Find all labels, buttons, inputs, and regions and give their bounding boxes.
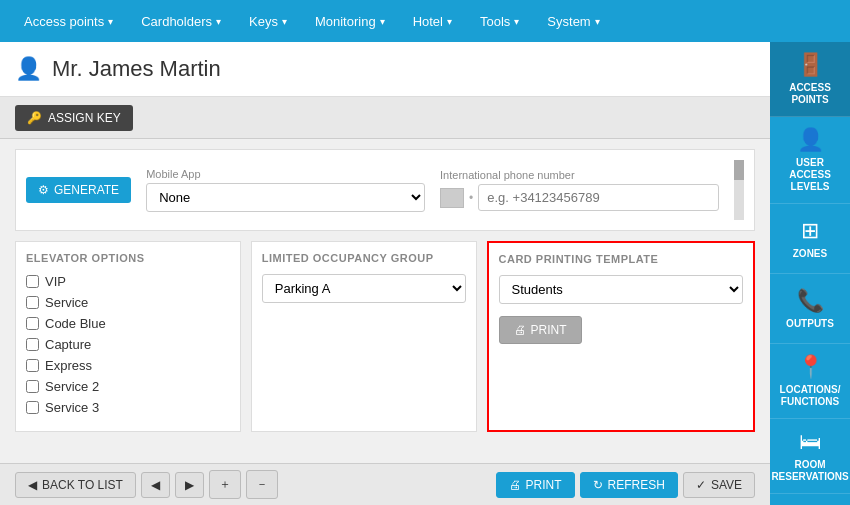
nav-arrow-icon: ▾ — [216, 16, 221, 27]
remove-button[interactable]: － — [246, 470, 278, 499]
sidebar-item-user-access[interactable]: 👤 USER ACCESS LEVELS — [770, 117, 850, 204]
nav-access-points[interactable]: Access points ▾ — [10, 0, 127, 42]
nav-arrow-icon: ▾ — [595, 16, 600, 27]
key-icon: 🔑 — [27, 111, 42, 125]
refresh-button[interactable]: ↻ REFRESH — [580, 472, 678, 498]
sidebar-item-room-reservations[interactable]: 🛏 ROOM RESERVATIONS — [770, 419, 850, 494]
nav-tools[interactable]: Tools ▾ — [466, 0, 533, 42]
checkbox-express-input[interactable] — [26, 359, 39, 372]
footer-right: 🖨 PRINT ↻ REFRESH ✓ SAVE — [496, 472, 755, 498]
room-icon: 🛏 — [799, 429, 821, 455]
footer-left: ◀ BACK TO LIST ◀ ▶ ＋ － — [15, 470, 278, 499]
back-icon: ◀ — [28, 478, 37, 492]
access-points-icon: 🚪 — [797, 52, 824, 78]
print-card-button[interactable]: 🖨 PRINT — [499, 316, 582, 344]
page-title: Mr. James Martin — [52, 56, 221, 82]
nav-keys[interactable]: Keys ▾ — [235, 0, 301, 42]
checkbox-code-blue-label: Code Blue — [45, 316, 106, 331]
card-printing-panel: CARD PRINTING TEMPLATE Students Faculty … — [487, 241, 756, 432]
checkbox-service-label: Service — [45, 295, 88, 310]
nav-arrow-icon: ▾ — [447, 16, 452, 27]
zones-icon: ⊞ — [801, 218, 819, 244]
phone-input[interactable] — [478, 184, 719, 211]
nav-arrow-icon: ▾ — [108, 16, 113, 27]
checkbox-code-blue: Code Blue — [26, 316, 230, 331]
phone-field-group: International phone number • — [440, 169, 719, 211]
prev-button[interactable]: ◀ — [141, 472, 170, 498]
top-navigation: Access points ▾ Cardholders ▾ Keys ▾ Mon… — [0, 0, 850, 42]
checkbox-capture: Capture — [26, 337, 230, 352]
checkbox-vip-input[interactable] — [26, 275, 39, 288]
limited-occupancy-title: LIMITED OCCUPANCY GROUP — [262, 252, 466, 264]
checkbox-service-input[interactable] — [26, 296, 39, 309]
next-button[interactable]: ▶ — [175, 472, 204, 498]
checkbox-service3-input[interactable] — [26, 401, 39, 414]
top-fields-row: ⚙ GENERATE Mobile App None Enabled Inter… — [15, 149, 755, 231]
assign-key-button[interactable]: 🔑 ASSIGN KEY — [15, 105, 133, 131]
checkbox-service2-label: Service 2 — [45, 379, 99, 394]
print-icon: 🖨 — [514, 323, 526, 337]
remove-icon: － — [256, 476, 268, 493]
nav-hotel[interactable]: Hotel ▾ — [399, 0, 466, 42]
nav-monitoring[interactable]: Monitoring ▾ — [301, 0, 399, 42]
card-printing-select[interactable]: Students Faculty Staff — [499, 275, 744, 304]
scrollbar[interactable] — [734, 160, 744, 220]
sidebar-item-access-points[interactable]: 🚪 ACCESS POINTS — [770, 42, 850, 117]
checkbox-express: Express — [26, 358, 230, 373]
back-to-list-button[interactable]: ◀ BACK TO LIST — [15, 472, 136, 498]
flag-icon — [440, 188, 464, 208]
checkbox-service: Service — [26, 295, 230, 310]
elevator-options-title: ELEVATOR OPTIONS — [26, 252, 230, 264]
checkbox-service3-label: Service 3 — [45, 400, 99, 415]
sections-row: ELEVATOR OPTIONS VIP Service Code Blue — [15, 241, 755, 432]
form-area: ⚙ GENERATE Mobile App None Enabled Inter… — [0, 139, 770, 463]
nav-system[interactable]: System ▾ — [533, 0, 613, 42]
print-button[interactable]: 🖨 PRINT — [496, 472, 575, 498]
sidebar-item-outputs[interactable]: 📞 OUTPUTS — [770, 274, 850, 344]
phone-label: International phone number — [440, 169, 719, 181]
card-printing-title: CARD PRINTING TEMPLATE — [499, 253, 744, 265]
add-icon: ＋ — [219, 476, 231, 493]
print-footer-icon: 🖨 — [509, 478, 521, 492]
checkbox-service3: Service 3 — [26, 400, 230, 415]
save-button[interactable]: ✓ SAVE — [683, 472, 755, 498]
checkbox-service2-input[interactable] — [26, 380, 39, 393]
nav-arrow-icon: ▾ — [380, 16, 385, 27]
checkbox-service2: Service 2 — [26, 379, 230, 394]
page-header: 👤 Mr. James Martin — [0, 42, 770, 97]
checkbox-code-blue-input[interactable] — [26, 317, 39, 330]
next-icon: ▶ — [185, 478, 194, 492]
limited-occupancy-select[interactable]: Parking A Parking B None — [262, 274, 466, 303]
checkbox-capture-label: Capture — [45, 337, 91, 352]
outputs-icon: 📞 — [797, 288, 824, 314]
mobile-app-label: Mobile App — [146, 168, 425, 180]
phone-prefix: • — [469, 191, 473, 205]
sidebar-item-locations[interactable]: 📍 LOCATIONS/ FUNCTIONS — [770, 344, 850, 419]
nav-arrow-icon: ▾ — [514, 16, 519, 27]
add-button[interactable]: ＋ — [209, 470, 241, 499]
checkbox-express-label: Express — [45, 358, 92, 373]
mobile-app-field: Mobile App None Enabled — [146, 168, 425, 212]
prev-icon: ◀ — [151, 478, 160, 492]
toolbar: 🔑 ASSIGN KEY — [0, 97, 770, 139]
nav-cardholders[interactable]: Cardholders ▾ — [127, 0, 235, 42]
checkbox-vip-label: VIP — [45, 274, 66, 289]
checkbox-capture-input[interactable] — [26, 338, 39, 351]
mobile-app-select[interactable]: None Enabled — [146, 183, 425, 212]
sidebar-item-zones[interactable]: ⊞ ZONES — [770, 204, 850, 274]
generate-button[interactable]: ⚙ GENERATE — [26, 177, 131, 203]
footer-bar: ◀ BACK TO LIST ◀ ▶ ＋ － 🖨 — [0, 463, 770, 505]
locations-icon: 📍 — [797, 354, 824, 380]
refresh-icon: ↻ — [593, 478, 603, 492]
elevator-options-panel: ELEVATOR OPTIONS VIP Service Code Blue — [15, 241, 241, 432]
nav-arrow-icon: ▾ — [282, 16, 287, 27]
user-icon: 👤 — [15, 56, 42, 82]
checkbox-vip: VIP — [26, 274, 230, 289]
generate-icon: ⚙ — [38, 183, 49, 197]
limited-occupancy-panel: LIMITED OCCUPANCY GROUP Parking A Parkin… — [251, 241, 477, 432]
save-icon: ✓ — [696, 478, 706, 492]
right-sidebar: 🚪 ACCESS POINTS 👤 USER ACCESS LEVELS ⊞ Z… — [770, 42, 850, 505]
user-access-icon: 👤 — [797, 127, 824, 153]
